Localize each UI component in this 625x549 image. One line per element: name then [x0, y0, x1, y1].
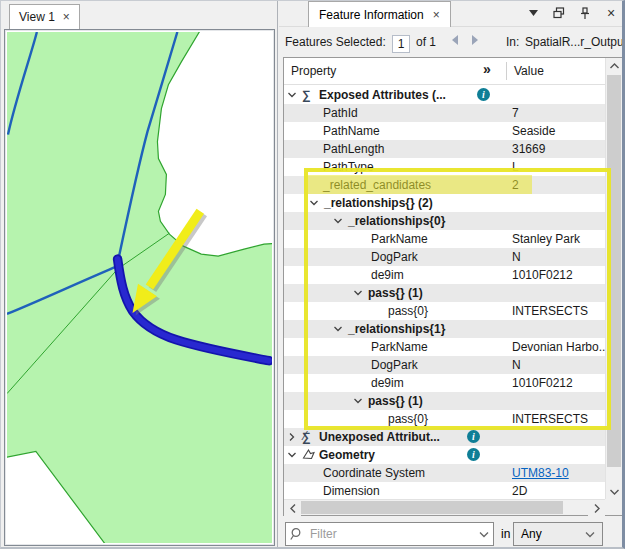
dropdown-caret-icon[interactable] [526, 6, 540, 20]
chevron-down-icon [585, 531, 595, 538]
filter-combobox[interactable] [285, 522, 494, 546]
scroll-up-button[interactable] [606, 58, 623, 74]
grid-row[interactable]: ParkNameDevonian Harbo... [284, 338, 605, 356]
property-value: 2 [512, 178, 519, 192]
chevron-down-icon[interactable] [353, 288, 368, 298]
property-label: pass{0} [388, 412, 428, 426]
vertical-scroll-thumb[interactable] [607, 75, 621, 467]
grid-row[interactable]: _related_candidates2 [284, 176, 605, 194]
features-selected-label: Features Selected: [285, 35, 386, 49]
property-label: DogPark [371, 250, 418, 264]
property-value: Stanley Park [512, 232, 580, 246]
filter-scope-value: Any [521, 527, 542, 541]
property-value: 2D [512, 484, 527, 498]
feature-index-box[interactable]: 1 [392, 35, 410, 53]
property-label: de9im [371, 376, 404, 390]
feature-count-label: of 1 [416, 35, 436, 49]
vertical-scrollbar[interactable] [605, 58, 622, 500]
geometry-cursor-icon [302, 448, 319, 462]
property-label: de9im [371, 268, 404, 282]
search-icon [290, 527, 304, 541]
grid-row[interactable]: _relationships{} (2) [284, 194, 605, 212]
grid-row[interactable]: Coordinate SystemUTM83-10 [284, 464, 605, 482]
property-value: N [512, 250, 521, 264]
property-label: ParkName [371, 340, 428, 354]
chevron-down-icon[interactable] [333, 216, 348, 226]
scroll-right-button[interactable] [588, 500, 605, 516]
info-icon[interactable]: i [467, 448, 480, 461]
property-label: Dimension [323, 484, 380, 498]
map-canvas[interactable] [4, 29, 275, 546]
chevron-down-icon[interactable] [309, 198, 324, 208]
grid-row[interactable]: iGeometry [284, 446, 605, 464]
chevron-right-icon[interactable] [287, 432, 302, 442]
tab-view-1[interactable]: View 1 × [9, 4, 80, 29]
scroll-left-button[interactable] [284, 500, 301, 516]
info-icon[interactable]: i [477, 88, 490, 101]
view-tabbar: View 1 × [1, 1, 277, 29]
grid-row[interactable]: Dimension2D [284, 482, 605, 500]
grid-row[interactable]: PathNameSeaside [284, 122, 605, 140]
property-value: 31669 [512, 142, 545, 156]
value-column-header[interactable]: Value [514, 64, 544, 78]
property-label: PathType [323, 160, 374, 174]
property-value: INTERSECTS [512, 412, 588, 426]
dataset-label: SpatialR...r_Output [525, 35, 625, 49]
property-label: _relationships{0} [348, 214, 445, 228]
grid-row[interactable]: _relationships{1} [284, 320, 605, 338]
tab-feature-information[interactable]: Feature Information × [308, 1, 451, 27]
info-icon[interactable]: i [467, 430, 480, 443]
property-value: 7 [512, 106, 519, 120]
grid-row[interactable]: de9im1010F0212 [284, 374, 605, 392]
horizontal-scroll-thumb[interactable] [301, 501, 563, 514]
grid-row[interactable]: DogParkN [284, 356, 605, 374]
chevron-down-icon[interactable] [479, 531, 489, 538]
grid-row[interactable]: PathId7 [284, 104, 605, 122]
feature-toolbar: Features Selected: 1 of 1 In: SpatialR..… [279, 27, 625, 57]
chevron-down-icon[interactable] [287, 90, 302, 100]
close-panel-icon[interactable]: × [604, 6, 618, 20]
property-label: DogPark [371, 358, 418, 372]
unexposed-attributes-icon: ∑∕ [302, 431, 319, 443]
tab-view-1-label: View 1 [19, 10, 55, 24]
grid-row[interactable]: pass{0}INTERSECTS [284, 302, 605, 320]
filter-scope-dropdown[interactable]: Any [513, 522, 603, 546]
grid-header: Property » Value [284, 58, 622, 85]
chevron-down-icon[interactable] [353, 396, 368, 406]
grid-row[interactable]: pass{0}INTERSECTS [284, 410, 605, 428]
property-label: Geometry [319, 448, 375, 462]
grid-row[interactable]: _relationships{0} [284, 212, 605, 230]
property-label: Unexposed Attribut... [319, 430, 440, 444]
grid-row[interactable]: i∑Exposed Attributes (... [284, 86, 605, 104]
property-label: PathLength [323, 142, 384, 156]
column-divider[interactable] [506, 62, 507, 80]
grid-row[interactable]: i∑∕Unexposed Attribut... [284, 428, 605, 446]
grid-row[interactable]: DogParkN [284, 248, 605, 266]
grid-rows: i∑Exposed Attributes (...PathId7PathName… [284, 86, 605, 500]
close-icon[interactable]: × [63, 11, 70, 23]
feature-info-tabbar: Feature Information × × [279, 1, 625, 27]
filter-bar: in Any [279, 521, 625, 547]
property-column-header[interactable]: Property [291, 64, 336, 78]
grid-row[interactable]: PathTypeL [284, 158, 605, 176]
next-feature-button[interactable] [472, 35, 478, 45]
property-label: pass{} (1) [368, 286, 423, 300]
grid-row[interactable]: pass{} (1) [284, 392, 605, 410]
expand-columns-button[interactable]: » [483, 61, 491, 77]
previous-feature-button[interactable] [452, 35, 458, 45]
chevron-down-icon[interactable] [333, 324, 348, 334]
close-icon[interactable]: × [433, 9, 440, 21]
grid-row[interactable]: de9im1010F0212 [284, 266, 605, 284]
coordinate-system-link[interactable]: UTM83-10 [512, 466, 569, 480]
filter-input[interactable] [308, 526, 479, 542]
feature-info-panel: Feature Information × × [279, 1, 625, 549]
horizontal-scrollbar[interactable] [284, 499, 605, 515]
grid-row[interactable]: ParkNameStanley Park [284, 230, 605, 248]
chevron-down-icon[interactable] [287, 450, 302, 460]
property-value: INTERSECTS [512, 304, 588, 318]
scroll-down-button[interactable] [606, 484, 623, 500]
grid-row[interactable]: PathLength31669 [284, 140, 605, 158]
pin-icon[interactable] [578, 6, 592, 20]
grid-row[interactable]: pass{} (1) [284, 284, 605, 302]
float-window-icon[interactable] [552, 6, 566, 20]
